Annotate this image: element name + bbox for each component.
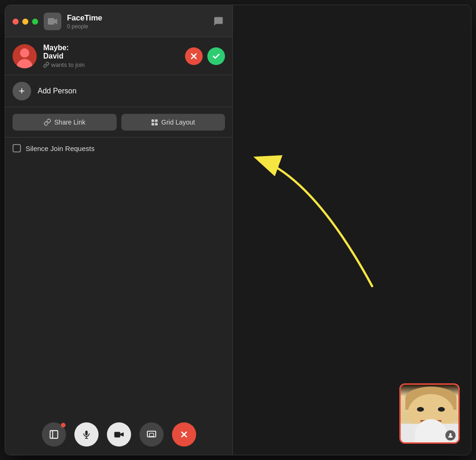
svg-rect-6 [152, 123, 154, 125]
self-view-person-icon [445, 430, 456, 440]
svg-rect-10 [85, 431, 87, 435]
avatar-body [17, 59, 33, 68]
link-icon [43, 62, 49, 68]
caller-name: David [43, 52, 178, 60]
share-link-label: Share Link [54, 118, 86, 126]
avatar-head [20, 48, 29, 58]
notification-dot [61, 423, 66, 427]
silence-row: Silence Join Requests [5, 138, 232, 159]
minimize-button[interactable] [22, 19, 28, 25]
share-link-icon [44, 118, 51, 126]
silence-checkbox[interactable] [13, 144, 21, 152]
accept-button[interactable] [207, 47, 225, 65]
screen-share-icon [146, 430, 157, 439]
sidebar: FaceTime 0 people Maybe: David [5, 5, 233, 455]
app-info: FaceTime 0 people [67, 13, 206, 30]
svg-rect-5 [155, 119, 158, 122]
decline-button[interactable] [185, 47, 203, 65]
svg-marker-1 [54, 19, 57, 24]
end-call-icon [181, 431, 187, 438]
bottom-toolbar [5, 414, 232, 455]
svg-rect-0 [48, 18, 54, 25]
caller-avatar [13, 44, 37, 68]
accept-icon [212, 53, 220, 59]
sidebar-spacer [5, 159, 232, 414]
add-person-row[interactable]: + Add Person [5, 75, 232, 107]
decline-icon [191, 53, 197, 59]
caller-status: wants to join [43, 61, 178, 68]
sidebar-icon [49, 429, 59, 440]
facetime-window: FaceTime 0 people Maybe: David [5, 5, 471, 455]
svg-rect-8 [50, 431, 58, 439]
app-icon [44, 13, 61, 30]
app-title: FaceTime [67, 13, 206, 23]
microphone-button[interactable] [74, 422, 99, 447]
maximize-button[interactable] [32, 19, 38, 25]
caller-prefix: Maybe: [43, 44, 178, 52]
grid-layout-button[interactable]: Grid Layout [121, 114, 225, 131]
svg-rect-13 [114, 432, 120, 438]
grid-layout-icon [151, 119, 158, 126]
silence-label: Silence Join Requests [26, 145, 94, 152]
end-call-button[interactable] [172, 422, 196, 447]
camera-button[interactable] [107, 422, 131, 447]
message-icon[interactable] [212, 15, 225, 28]
caller-info: Maybe: David wants to join [43, 44, 178, 68]
share-link-button[interactable]: Share Link [13, 114, 117, 131]
traffic-lights [13, 19, 38, 25]
avatar-silhouette [13, 44, 37, 68]
action-buttons-row: Share Link Grid Layout [5, 107, 232, 138]
svg-rect-7 [155, 123, 158, 125]
camera-icon [114, 430, 124, 439]
mic-icon [82, 430, 91, 439]
svg-marker-14 [120, 432, 123, 436]
sidebar-toggle-button[interactable] [42, 422, 66, 447]
video-area [233, 5, 471, 455]
add-person-label: Add Person [38, 87, 77, 95]
screen-share-button[interactable] [139, 422, 164, 447]
svg-rect-4 [152, 119, 154, 122]
svg-point-20 [450, 433, 452, 435]
close-button[interactable] [13, 19, 19, 25]
caller-actions [185, 47, 225, 65]
add-icon: + [13, 82, 31, 100]
person-icon [447, 432, 454, 439]
grid-layout-label: Grid Layout [161, 118, 195, 126]
caller-status-text: wants to join [51, 61, 85, 68]
title-bar: FaceTime 0 people [5, 5, 232, 37]
app-subtitle: 0 people [67, 23, 206, 30]
svg-rect-15 [147, 431, 156, 437]
self-view [399, 383, 460, 444]
caller-row: Maybe: David wants to join [5, 37, 232, 75]
svg-rect-16 [149, 433, 153, 436]
